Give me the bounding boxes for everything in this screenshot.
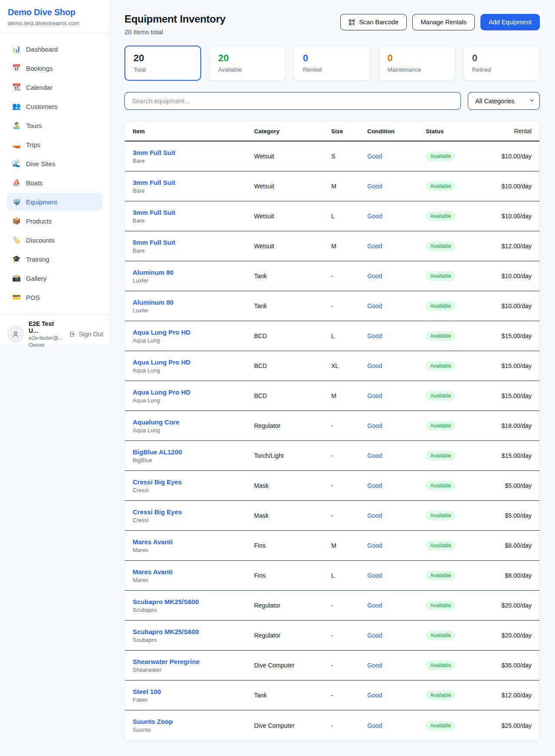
item-name-link[interactable]: Cressi Big Eyes: [133, 478, 254, 486]
condition-link[interactable]: Good: [367, 692, 426, 699]
sidebar-item-discounts[interactable]: 🏷️ Discounts: [7, 231, 102, 249]
item-cell: Aqualung Core Aqua Lung: [133, 418, 254, 434]
condition-link[interactable]: Good: [367, 482, 426, 489]
item-name-link[interactable]: Mares Avanti: [133, 538, 254, 546]
stat-card-rented[interactable]: 0 Rented: [294, 46, 370, 81]
status-badge: Available: [426, 331, 455, 341]
category-select[interactable]: All Categories: [468, 92, 540, 110]
status-badge: Available: [426, 151, 455, 161]
sidebar-item-bookings[interactable]: 📅 Bookings: [7, 59, 102, 77]
condition-link[interactable]: Good: [367, 542, 426, 549]
category-cell: BCD: [254, 362, 331, 369]
stat-card-retired[interactable]: 0 Retired: [463, 46, 540, 81]
item-brand: Scubapro: [133, 607, 254, 613]
item-name-link[interactable]: Aqua Lung Pro HD: [133, 388, 254, 396]
category-cell: BCD: [254, 332, 331, 339]
category-cell: Dive Computer: [254, 662, 331, 669]
condition-link[interactable]: Good: [367, 213, 426, 220]
sidebar-item-customers[interactable]: 👥 Customers: [7, 98, 102, 115]
condition-link[interactable]: Good: [367, 362, 426, 369]
item-name-link[interactable]: Cressi Big Eyes: [133, 508, 254, 516]
sidebar-item-icon: 🌊: [12, 160, 21, 167]
sidebar-item-gallery[interactable]: 📸 Gallery: [7, 270, 102, 287]
condition-link[interactable]: Good: [367, 183, 426, 190]
sidebar-item-icon: 💳: [12, 294, 21, 301]
condition-link[interactable]: Good: [367, 512, 426, 519]
category-cell: Tank: [254, 692, 331, 699]
item-cell: Mares Avanti Mares: [133, 568, 254, 583]
item-name-link[interactable]: Shearwater Peregrine: [133, 658, 254, 665]
item-name-link[interactable]: Scubapro MK25/S600: [133, 628, 254, 635]
condition-link[interactable]: Good: [367, 662, 426, 669]
condition-link[interactable]: Good: [367, 602, 426, 609]
status-cell: Available: [426, 511, 490, 520]
item-name-link[interactable]: Steel 100: [133, 688, 254, 695]
condition-link[interactable]: Good: [367, 332, 426, 339]
item-name-link[interactable]: BigBlue AL1200: [133, 448, 254, 456]
manage-rentals-button[interactable]: Manage Rentals: [412, 14, 475, 30]
condition-link[interactable]: Good: [367, 302, 426, 309]
item-name-link[interactable]: Aluminum 80: [133, 269, 254, 276]
stat-card-available[interactable]: 20 Available: [209, 46, 286, 81]
item-name-link[interactable]: 3mm Full Suit: [133, 209, 254, 216]
item-brand: Bare: [133, 247, 254, 254]
sidebar-item-equipment[interactable]: 🤿 Equipment: [7, 193, 102, 210]
status-badge: Available: [426, 541, 455, 550]
sidebar-item-boats[interactable]: ⛵ Boats: [7, 174, 102, 191]
condition-link[interactable]: Good: [367, 153, 426, 160]
equipment-table: Item Category Size Condition Status Rent…: [124, 121, 540, 741]
sidebar-item-label: Dive Sites: [26, 160, 56, 168]
condition-link[interactable]: Good: [367, 452, 426, 459]
size-cell: -: [331, 302, 367, 309]
item-name-link[interactable]: Scubapro MK25/S600: [133, 598, 254, 605]
condition-link[interactable]: Good: [367, 572, 426, 579]
stat-value: 0: [388, 53, 446, 64]
sign-out-button[interactable]: Sign Out: [69, 331, 103, 338]
sidebar-item-products[interactable]: 📦 Products: [7, 212, 102, 230]
add-equipment-button[interactable]: Add Equipment: [480, 14, 540, 30]
condition-link[interactable]: Good: [367, 392, 426, 399]
item-name-link[interactable]: Mares Avanti: [133, 568, 254, 575]
equipment-row: Aqua Lung Pro HD Aqua Lung BCD M Good Av…: [125, 381, 539, 411]
sidebar-item-dive-sites[interactable]: 🌊 Dive Sites: [7, 155, 102, 172]
item-name-link[interactable]: 3mm Full Suit: [133, 179, 254, 186]
item-name-link[interactable]: Aluminum 80: [133, 299, 254, 306]
item-name-link[interactable]: 3mm Full Suit: [133, 149, 254, 156]
sidebar-item-label: Bookings: [26, 65, 53, 72]
item-cell: Cressi Big Eyes Cressi: [133, 478, 254, 493]
sidebar-item-tours[interactable]: 🏝️ Tours: [7, 117, 102, 134]
item-name-link[interactable]: Aqua Lung Pro HD: [133, 329, 254, 336]
stat-card-total[interactable]: 20 Total: [124, 46, 201, 81]
sidebar-item-pos[interactable]: 💳 POS: [7, 289, 102, 306]
condition-link[interactable]: Good: [367, 243, 426, 250]
item-name-link[interactable]: Aqua Lung Pro HD: [133, 358, 254, 366]
item-cell: 3mm Full Suit Bare: [133, 179, 254, 194]
item-brand: Suunto: [133, 726, 254, 733]
search-input[interactable]: [124, 92, 461, 110]
item-cell: Aluminum 80 Luxfer: [133, 299, 254, 314]
sidebar-item-trips[interactable]: 🚤 Trips: [7, 136, 102, 153]
condition-link[interactable]: Good: [367, 422, 426, 429]
condition-link[interactable]: Good: [367, 273, 426, 279]
status-cell: Available: [426, 571, 490, 580]
condition-link[interactable]: Good: [367, 632, 426, 639]
item-name-link[interactable]: Aqualung Core: [133, 418, 254, 426]
condition-link[interactable]: Good: [367, 722, 426, 729]
sidebar-item-icon: 📊: [12, 46, 21, 53]
item-name-link[interactable]: 5mm Full Suit: [133, 239, 254, 246]
stat-card-maintenance[interactable]: 0 Maintenance: [379, 46, 455, 81]
sidebar-item-dashboard[interactable]: 📊 Dashboard: [7, 40, 102, 58]
column-header-size: Size: [331, 128, 367, 135]
item-name-link[interactable]: Suunto Zoop: [133, 718, 254, 725]
item-brand: Cressi: [133, 517, 254, 523]
scan-barcode-button[interactable]: Scan Barcode: [340, 14, 407, 30]
item-cell: Aqua Lung Pro HD Aqua Lung: [133, 329, 254, 344]
size-cell: M: [331, 392, 367, 399]
sidebar-item-training[interactable]: 🎓 Training: [7, 250, 102, 268]
size-cell: M: [331, 183, 367, 190]
rental-cell: $15.00/day: [490, 362, 532, 369]
sidebar-item-icon: 🤿: [12, 198, 21, 205]
item-brand: Mares: [133, 547, 254, 553]
status-cell: Available: [426, 151, 490, 161]
sidebar-item-calendar[interactable]: 📆 Calendar: [7, 79, 102, 96]
